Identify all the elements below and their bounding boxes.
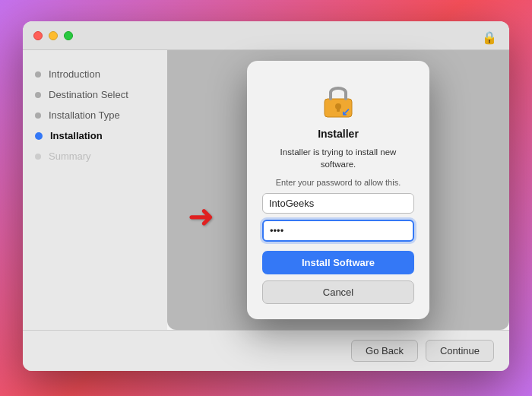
dialog-overlay: ➜ ↙ [167, 50, 509, 330]
arrow-indicator: ➜ [188, 198, 214, 235]
minimize-button[interactable] [49, 31, 58, 40]
dialog-password-prompt: Enter your password to allow this. [276, 178, 401, 187]
content-area: Introduction Destination Select Installa… [23, 50, 509, 330]
sidebar-dot [35, 112, 41, 119]
auth-dialog: ➜ ↙ [247, 61, 429, 319]
lock-icon: 🔒 [482, 30, 497, 45]
close-button[interactable] [33, 31, 43, 40]
sidebar-dot [35, 71, 41, 78]
title-bar: 🔒 [23, 21, 509, 50]
cancel-button[interactable]: Cancel [262, 280, 414, 304]
sidebar-item-summary[interactable]: Summary [35, 150, 155, 162]
dialog-title: Installer [318, 128, 359, 140]
sidebar-item-installation[interactable]: Installation [35, 130, 155, 141]
username-input[interactable] [262, 193, 414, 214]
bottom-bar: Go Back Continue [23, 330, 509, 371]
svg-text:↙: ↙ [341, 106, 350, 118]
sidebar: Introduction Destination Select Installa… [23, 50, 167, 330]
sidebar-item-introduction[interactable]: Introduction [35, 68, 155, 80]
installer-lock-icon: ↙ [318, 79, 358, 119]
continue-button[interactable]: Continue [426, 340, 494, 362]
svg-rect-5 [337, 106, 340, 112]
password-input[interactable] [262, 220, 414, 242]
install-software-button[interactable]: Install Software [262, 251, 414, 274]
maximize-button[interactable] [64, 31, 73, 40]
dialog-description: Installer is trying to install new softw… [262, 146, 414, 170]
sidebar-item-destination-select[interactable]: Destination Select [35, 89, 155, 100]
sidebar-item-installation-type[interactable]: Installation Type [35, 109, 155, 121]
sidebar-dot-inactive [35, 154, 41, 160]
sidebar-dot-active [35, 132, 43, 140]
go-back-button[interactable]: Go Back [351, 340, 418, 362]
main-window: 🔒 Introduction Destination Select Instal… [23, 21, 509, 371]
sidebar-dot [35, 92, 41, 98]
main-panel: ➜ ↙ [167, 50, 509, 330]
